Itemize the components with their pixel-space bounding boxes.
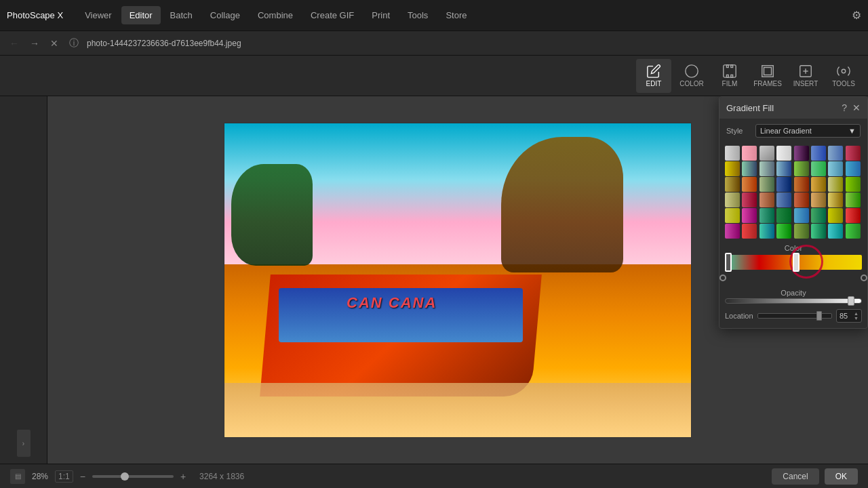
back-button[interactable]: ← [7,37,22,50]
zoom-in-button[interactable]: + [180,471,186,482]
swatch-item[interactable] [725,146,740,161]
tool-film[interactable]: FILM [712,59,747,93]
color-stop-handle-active[interactable] [793,253,800,272]
swatch-item[interactable] [776,177,791,192]
swatch-item[interactable] [794,161,809,176]
swatch-item[interactable] [760,224,774,239]
swatch-item[interactable] [828,177,843,192]
tool-color[interactable]: COLOR [674,59,709,93]
swatch-item[interactable] [760,177,774,192]
tab-combine[interactable]: Combine [250,6,301,24]
tool-frames[interactable]: FRAMES [750,59,785,93]
bottombar: ▤ 28% 1:1 − + 3264 x 1836 Cancel OK [0,464,868,488]
zoom-slider-thumb[interactable] [121,472,129,481]
tab-collage[interactable]: Collage [202,6,248,24]
titlebar: PhotoScape X Viewer Editor Batch Collage… [0,0,868,31]
swatch-item[interactable] [794,208,809,223]
swatch-item[interactable] [828,161,843,176]
tool-tools[interactable]: TOOLS [826,59,861,93]
tab-tools[interactable]: Tools [399,6,436,24]
tab-print[interactable]: Print [363,6,398,24]
swatch-item[interactable] [811,161,826,176]
swatch-item[interactable] [760,161,774,176]
main-area: › CAN CANA Gradient Fill ? [0,96,868,464]
zoom-slider-track[interactable] [92,475,174,478]
stop-marker-right[interactable] [861,274,867,281]
swatch-item[interactable] [776,224,791,239]
swatch-item[interactable] [846,161,861,176]
location-spinner[interactable]: ▲ ▼ [854,311,859,321]
location-slider-track[interactable] [757,313,832,319]
swatch-item[interactable] [776,192,791,207]
tool-insert[interactable]: INSERT [788,59,823,93]
swatch-item[interactable] [828,208,843,223]
gear-icon[interactable]: ⚙ [852,9,861,22]
swatch-item[interactable] [794,224,809,239]
swatch-item[interactable] [811,208,826,223]
tab-creategif[interactable]: Create GIF [302,6,362,24]
swatch-item[interactable] [811,177,826,192]
swatch-item[interactable] [828,146,843,161]
style-value: Linear Gradient [760,127,812,135]
swatch-item[interactable] [811,192,826,207]
style-select[interactable]: Linear Gradient ▼ [755,124,861,138]
swatch-item[interactable] [846,146,861,161]
thumbnail-button[interactable]: ▤ [10,469,25,484]
swatch-item[interactable] [794,192,809,207]
zoom-ratio[interactable]: 1:1 [55,470,73,483]
swatch-item[interactable] [742,146,757,161]
swatch-item[interactable] [742,208,757,223]
location-value-display: 85 ▲ ▼ [836,309,862,323]
swatch-item[interactable] [725,192,740,207]
swatch-item[interactable] [725,208,740,223]
tab-store[interactable]: Store [437,6,475,24]
location-increment[interactable]: ▲ [854,311,859,316]
zoom-out-button[interactable]: − [80,471,85,482]
swatch-item[interactable] [776,146,791,161]
cancel-button[interactable]: Cancel [772,468,818,485]
swatch-item[interactable] [846,208,861,223]
swatch-item[interactable] [846,177,861,192]
color-stop-handle-left[interactable] [725,253,732,272]
tab-editor[interactable]: Editor [121,6,161,24]
swatch-item[interactable] [760,192,774,207]
swatch-item[interactable] [828,224,843,239]
swatch-item[interactable] [725,161,740,176]
forward-button[interactable]: → [27,37,42,50]
swatch-item[interactable] [742,161,757,176]
location-slider-thumb[interactable] [816,311,822,321]
tab-batch[interactable]: Batch [162,6,201,24]
swatch-item[interactable] [794,146,809,161]
image-area: CAN CANA Gradient Fill ? ✕ Style Linear … [47,96,868,464]
swatch-item[interactable] [776,208,791,223]
gradient-bar-track[interactable] [725,255,862,270]
swatch-item[interactable] [811,224,826,239]
ok-button[interactable]: OK [825,468,858,485]
swatch-item[interactable] [725,177,740,192]
swatch-item[interactable] [760,208,774,223]
opacity-slider-track[interactable] [725,298,862,304]
location-decrement[interactable]: ▼ [854,316,859,321]
tool-edit[interactable]: EDIT [636,59,671,93]
swatch-item[interactable] [742,224,757,239]
insert-label: INSERT [793,80,818,87]
swatch-item[interactable] [846,192,861,207]
sidebar-collapse-button[interactable]: › [17,430,31,457]
swatch-item[interactable] [828,192,843,207]
dialog-close-button[interactable]: ✕ [852,102,861,113]
info-button[interactable]: ⓘ [66,36,81,51]
swatch-item[interactable] [811,146,826,161]
swatch-item[interactable] [725,224,740,239]
swatch-item[interactable] [760,146,774,161]
tab-viewer[interactable]: Viewer [77,6,120,24]
opacity-slider-thumb[interactable] [848,296,854,306]
swatch-item[interactable] [776,161,791,176]
swatch-item[interactable] [742,192,757,207]
swatch-item[interactable] [794,177,809,192]
stop-marker-left[interactable] [719,274,726,281]
close-nav-button[interactable]: ✕ [47,37,61,50]
swatch-item[interactable] [742,177,757,192]
filename: photo-1444237236636-d7613ee9fb44.jpeg [87,39,861,48]
dialog-help-button[interactable]: ? [842,102,847,113]
swatch-item[interactable] [846,224,861,239]
